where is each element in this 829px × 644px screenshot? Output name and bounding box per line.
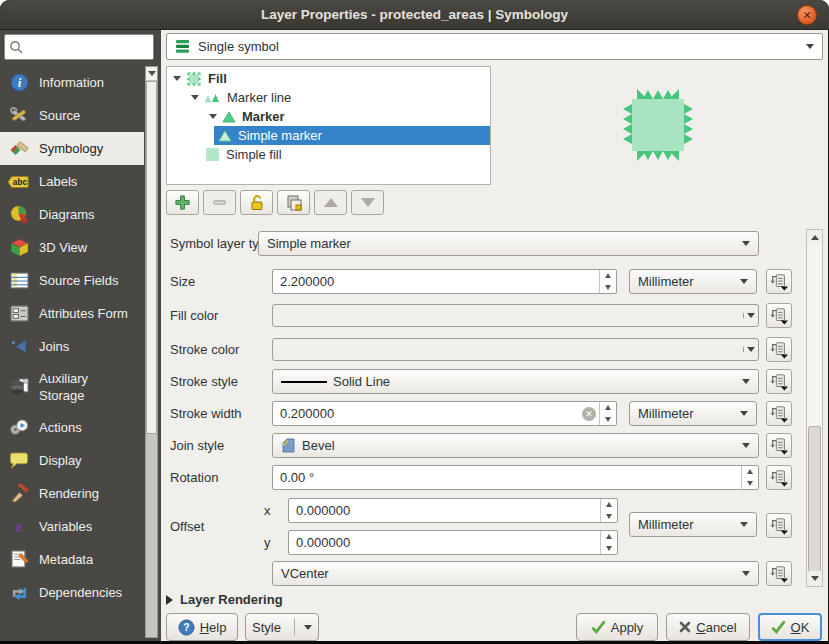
- renderer-select[interactable]: Single symbol: [166, 33, 823, 60]
- chevron-down-icon: [304, 625, 312, 630]
- sidebar-item-actions[interactable]: Actions: [0, 411, 144, 444]
- sidebar-scrollbar-thumb[interactable]: [146, 81, 157, 434]
- sidebar-item-display[interactable]: Display: [0, 444, 144, 477]
- fill-color-data-override-button[interactable]: [766, 303, 792, 328]
- brush-icon: [8, 484, 30, 503]
- expand-arrow-icon[interactable]: [173, 76, 181, 81]
- data-defined-override-icon: [769, 373, 789, 391]
- tree-row-marker-line[interactable]: Marker line: [167, 88, 490, 107]
- scroll-down-icon[interactable]: [807, 571, 822, 586]
- offset-x-label: x: [264, 503, 271, 518]
- ok-button[interactable]: OK: [758, 613, 822, 641]
- sidebar-item-source[interactable]: Source: [0, 99, 144, 132]
- offset-x-stepper[interactable]: [600, 499, 617, 522]
- layer-rendering-expander[interactable]: Layer Rendering: [166, 592, 283, 607]
- scroll-down-icon[interactable]: [146, 67, 157, 80]
- stroke-width-input[interactable]: 0.200000 ✕: [272, 401, 617, 426]
- join-style-select[interactable]: Bevel: [272, 433, 759, 458]
- anchor-point-select[interactable]: VCenter: [272, 561, 759, 586]
- cycle-arrows-icon: [8, 583, 30, 602]
- clear-icon[interactable]: ✕: [582, 407, 596, 421]
- sidebar-item-rendering[interactable]: Rendering: [0, 477, 144, 510]
- sidebar-item-attributes-form[interactable]: Attributes Form: [0, 297, 144, 330]
- table-icon: [8, 271, 30, 290]
- offset-label: Offset: [170, 519, 204, 534]
- fill-color-button[interactable]: [272, 304, 759, 327]
- stroke-style-data-override-button[interactable]: [766, 369, 792, 394]
- database-icon: [8, 378, 30, 397]
- close-icon[interactable]: ✕: [797, 5, 817, 25]
- symbol-layer-type-select[interactable]: Simple marker: [258, 231, 759, 256]
- stroke-width-stepper[interactable]: [599, 402, 616, 425]
- lock-color-button[interactable]: [240, 190, 273, 215]
- sidebar-item-auxiliary-storage[interactable]: Auxiliary Storage: [0, 363, 144, 411]
- move-up-button[interactable]: [314, 190, 347, 215]
- properties-scrollbar-thumb[interactable]: [808, 426, 821, 572]
- stroke-color-button[interactable]: [272, 338, 759, 361]
- remove-symbol-layer-button[interactable]: [203, 190, 236, 215]
- offset-unit-select[interactable]: Millimeter: [629, 512, 757, 537]
- duplicate-symbol-layer-button[interactable]: [277, 190, 310, 215]
- sidebar-item-3d-view[interactable]: 3D View: [0, 231, 144, 264]
- sidebar-item-dependencies[interactable]: Dependencies: [0, 576, 144, 609]
- stroke-style-label: Stroke style: [170, 374, 238, 389]
- sidebar-item-source-fields[interactable]: Source Fields: [0, 264, 144, 297]
- sidebar-item-metadata[interactable]: Metadata: [0, 543, 144, 576]
- sidebar-item-labels[interactable]: abc Labels: [0, 165, 144, 198]
- rotation-data-override-button[interactable]: [766, 465, 792, 490]
- tree-row-simple-fill[interactable]: Simple fill: [167, 145, 490, 164]
- chevron-down-icon[interactable]: [743, 313, 758, 318]
- size-input[interactable]: 2.200000: [272, 269, 617, 294]
- scroll-up-icon[interactable]: [807, 230, 822, 245]
- stroke-style-select[interactable]: Solid Line: [272, 369, 759, 394]
- cancel-button[interactable]: Cancel: [666, 613, 750, 641]
- size-data-override-button[interactable]: [766, 269, 792, 294]
- size-stepper[interactable]: [599, 270, 616, 293]
- sidebar-item-variables[interactable]: ε Variables: [0, 510, 144, 543]
- help-button[interactable]: ? Help: [166, 613, 238, 641]
- minus-icon: [211, 194, 228, 211]
- offset-y-input[interactable]: 0.000000: [288, 530, 618, 555]
- sidebar-scrollbar[interactable]: [145, 66, 158, 638]
- sidebar-item-diagrams[interactable]: Diagrams: [0, 198, 144, 231]
- rotation-input[interactable]: 0.00 °: [272, 465, 759, 490]
- down-arrow-icon: [361, 198, 375, 207]
- join-style-data-override-button[interactable]: [766, 433, 792, 458]
- stroke-width-data-override-button[interactable]: [766, 401, 792, 426]
- anchor-data-override-button[interactable]: [766, 561, 792, 586]
- size-unit-select[interactable]: Millimeter: [629, 269, 757, 294]
- offset-x-input[interactable]: 0.000000: [288, 498, 618, 523]
- sidebar-item-symbology[interactable]: Symbology: [0, 132, 144, 165]
- tree-row-simple-marker[interactable]: Simple marker: [167, 126, 490, 145]
- check-icon: [591, 620, 606, 635]
- titlebar[interactable]: Layer Properties - protected_areas | Sym…: [0, 0, 829, 30]
- tree-label: Fill: [208, 71, 227, 86]
- sidebar-item-information[interactable]: i Information: [0, 66, 144, 99]
- abc-label-icon: abc: [8, 172, 30, 191]
- duplicate-icon: [285, 194, 303, 212]
- sidebar-item-joins[interactable]: Joins: [0, 330, 144, 363]
- offset-data-override-button[interactable]: [766, 513, 792, 538]
- expand-arrow-icon[interactable]: [209, 114, 217, 119]
- stroke-width-label: Stroke width: [170, 406, 242, 421]
- properties-scrollbar[interactable]: [806, 229, 823, 587]
- expander-arrow-icon: [166, 595, 173, 605]
- offset-y-stepper[interactable]: [600, 531, 617, 554]
- stroke-width-unit-select[interactable]: Millimeter: [629, 401, 757, 426]
- svg-text:abc: abc: [13, 178, 28, 187]
- stroke-color-data-override-button[interactable]: [766, 337, 792, 362]
- tree-row-fill[interactable]: Fill: [167, 69, 490, 88]
- search-input[interactable]: [4, 34, 154, 60]
- tree-row-marker[interactable]: Marker: [167, 107, 490, 126]
- paintbrush-icon: [8, 139, 30, 158]
- style-button[interactable]: Style: [245, 613, 319, 641]
- form-icon: [8, 304, 30, 323]
- move-down-button[interactable]: [351, 190, 384, 215]
- fill-symbol-icon: [186, 71, 202, 87]
- expand-arrow-icon[interactable]: [191, 95, 199, 100]
- chevron-down-icon[interactable]: [743, 347, 758, 352]
- add-symbol-layer-button[interactable]: [166, 190, 199, 215]
- data-defined-override-icon: [769, 437, 789, 455]
- apply-button[interactable]: Apply: [576, 613, 658, 641]
- rotation-stepper[interactable]: [741, 466, 758, 489]
